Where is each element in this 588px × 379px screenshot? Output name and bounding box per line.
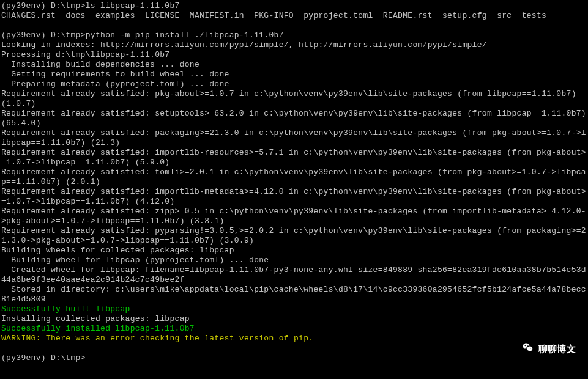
command: python -m pip install ./libpcap-1.11.0b7: [86, 31, 284, 40]
output-line: Building wheel for libpcap (pyproject.to…: [1, 256, 269, 265]
output-line: Requirement already satisfied: pyparsing…: [1, 226, 586, 245]
terminal-output[interactable]: (py39env) D:\tmp>ls libpcap-1.11.0b7 CHA…: [0, 0, 588, 363]
prompt: (py39env) D:\tmp>: [1, 1, 86, 10]
prompt: (py39env) D:\tmp>: [1, 31, 86, 40]
output-line: Installing build dependencies ... done: [1, 60, 199, 69]
output-line: Requirement already satisfied: setuptool…: [1, 109, 588, 128]
output-line: Looking in indexes: http://mirrors.aliyu…: [1, 40, 487, 50]
watermark: 聊聊博文: [521, 342, 576, 356]
output-line: Requirement already satisfied: pkg-about…: [1, 89, 581, 108]
output-line: Requirement already satisfied: packaging…: [1, 128, 586, 147]
prompt: (py39env) D:\tmp>: [1, 353, 86, 362]
watermark-text: 聊聊博文: [538, 344, 576, 354]
output-line: Preparing metadata (pyproject.toml) ... …: [1, 79, 229, 89]
wechat-icon: [521, 342, 535, 356]
output-line: Requirement already satisfied: importlib…: [1, 187, 586, 206]
output-line: Requirement already satisfied: zipp>=0.5…: [1, 207, 586, 226]
output-line: Stored in directory: c:\users\mike\appda…: [1, 285, 586, 304]
output-line: Getting requirements to build wheel ... …: [1, 70, 229, 79]
success-line: Successfully installed libpcap-1.11.0b7: [1, 324, 195, 333]
output-line: Requirement already satisfied: tomli>=2.…: [1, 167, 586, 186]
output-line: Created wheel for libpcap: filename=libp…: [1, 265, 586, 284]
output-line: Building wheels for collected packages: …: [1, 246, 234, 255]
success-line: Successfully built libpcap: [1, 304, 130, 314]
output-line: Requirement already satisfied: importlib…: [1, 148, 586, 167]
output-line: Installing collected packages: libpcap: [1, 314, 190, 323]
warning-line: WARNING: There was an error checking the…: [1, 334, 313, 343]
output-line: Processing d:\tmp\libpcap-1.11.0b7: [1, 50, 169, 59]
command: ls libpcap-1.11.0b7: [86, 1, 180, 10]
ls-output: CHANGES.rst docs examples LICENSE MANIFE…: [1, 11, 546, 20]
